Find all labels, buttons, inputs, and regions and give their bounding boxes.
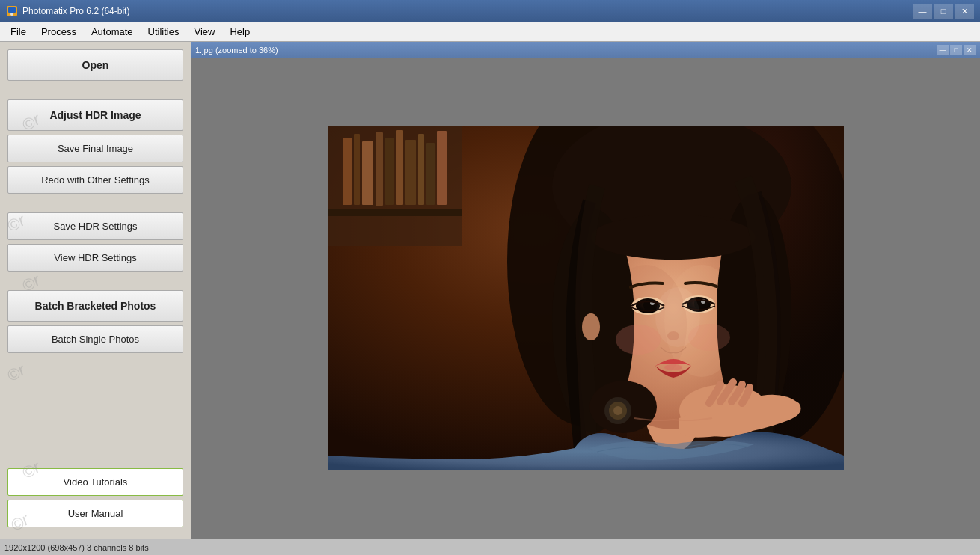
svg-rect-11 [405,140,416,205]
menu-process[interactable]: Process [34,24,84,40]
app-title: Photomatix Pro 6.2 (64-bit) [22,6,129,16]
title-bar-left: Photomatix Pro 6.2 (64-bit) [6,5,129,17]
svg-rect-1 [8,7,16,13]
menu-file[interactable]: File [3,24,34,40]
minimize-button[interactable]: — [913,4,932,19]
menu-utilities[interactable]: Utilities [141,24,187,40]
svg-rect-10 [396,130,403,205]
sub-window-controls: — □ ✕ [937,45,976,55]
menu-automate[interactable]: Automate [84,24,141,40]
svg-rect-6 [354,134,360,205]
svg-point-30 [613,406,622,415]
video-tutorials-button[interactable]: Video Tutorials [7,468,183,496]
sub-maximize-button[interactable]: □ [950,45,962,55]
svg-point-40 [664,364,682,370]
batch-single-button[interactable]: Batch Single Photos [7,325,183,353]
sub-close-button[interactable]: ✕ [964,45,976,55]
svg-point-43 [582,313,600,340]
adjust-hdr-button[interactable]: Adjust HDR Image [7,99,183,131]
svg-point-2 [10,13,13,16]
status-bar: 1920x1200 (698x457) 3 channels 8 bits [0,539,980,555]
view-hdr-settings-button[interactable]: View HDR Settings [7,244,183,272]
redo-settings-button[interactable]: Redo with Other Settings [7,166,183,194]
sub-minimize-button[interactable]: — [937,45,949,55]
app-icon [6,5,18,17]
sub-window-title: 1.jpg (zoomed to 36%) [195,46,278,55]
user-manual-button[interactable]: User Manual [7,500,183,527]
close-button[interactable]: ✕ [955,4,974,19]
svg-rect-8 [376,132,383,206]
menu-bar: File Process Automate Utilities View Hel… [0,22,980,42]
menu-view[interactable]: View [186,24,222,40]
svg-rect-7 [362,141,373,205]
svg-rect-15 [328,209,462,216]
svg-rect-13 [426,143,435,205]
title-controls: — □ ✕ [913,4,974,19]
portrait-image [328,126,844,470]
main-area: ©r ©r ©r ©r ©r ©r Open Adjust HDR Image … [0,42,980,539]
svg-point-26 [591,215,756,260]
batch-bracketed-button[interactable]: Batch Bracketed Photos [7,290,183,322]
menu-help[interactable]: Help [222,24,257,40]
open-button[interactable]: Open [7,49,183,81]
image-container [191,58,980,539]
sidebar: ©r ©r ©r ©r ©r ©r Open Adjust HDR Image … [0,42,191,539]
image-panel: 1.jpg (zoomed to 36%) — □ ✕ [191,42,980,539]
svg-rect-5 [343,138,352,205]
svg-point-41 [616,325,661,355]
maximize-button[interactable]: □ [934,4,953,19]
svg-rect-9 [385,138,394,205]
photo-display [328,126,844,470]
title-bar: Photomatix Pro 6.2 (64-bit) — □ ✕ [0,0,980,22]
save-hdr-settings-button[interactable]: Save HDR Settings [7,212,183,240]
status-text: 1920x1200 (698x457) 3 channels 8 bits [4,543,149,552]
svg-rect-14 [437,131,447,205]
svg-point-45 [655,287,700,347]
save-final-button[interactable]: Save Final Image [7,135,183,162]
svg-rect-12 [418,134,424,205]
sub-window-title-bar: 1.jpg (zoomed to 36%) — □ ✕ [191,42,980,58]
